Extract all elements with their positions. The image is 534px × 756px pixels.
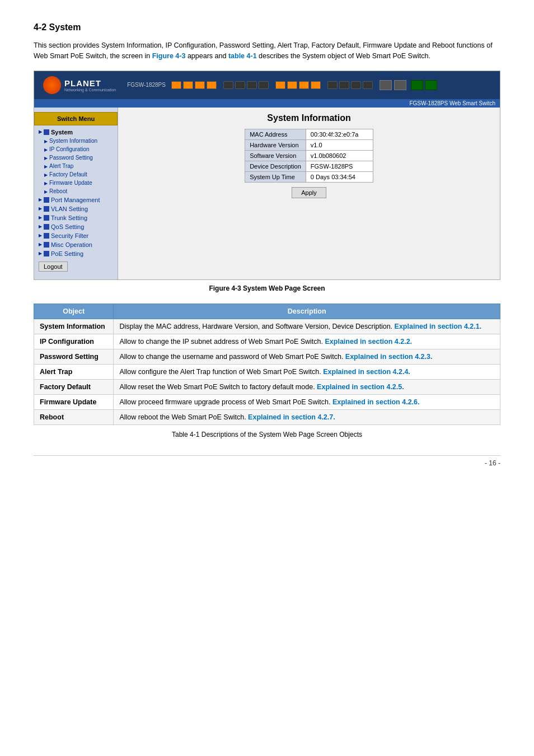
sidebar-label-qos: QoS Setting xyxy=(51,223,84,230)
switch-content: Switch Menu ▶ System ▶System Information… xyxy=(34,108,500,279)
table-row: RebootAllow reboot the Web Smart PoE Swi… xyxy=(34,409,500,424)
sidebar-subitem-alerttrap[interactable]: ▶Alert Trap xyxy=(34,162,118,170)
sidebar-label-security: Security Filter xyxy=(51,232,88,239)
port-11 xyxy=(299,81,309,89)
logout-button[interactable]: Logout xyxy=(39,262,68,272)
system-info-table: MAC Address 00:30:4f:32:e0:7a Hardware V… xyxy=(245,129,373,183)
sidebar-label-poe: PoE Setting xyxy=(51,250,83,257)
object-cell: IP Configuration xyxy=(34,334,114,349)
mac-value: 00:30:4f:32:e0:7a xyxy=(306,129,373,139)
explained-link[interactable]: Explained in section 4.2.5. xyxy=(317,383,404,391)
folder-icon xyxy=(44,206,49,212)
table-row: Factory DefaultAllow reset the Web Smart… xyxy=(34,379,500,394)
desc-plain-text: Allow to change the IP subnet address of… xyxy=(119,338,325,346)
port-8 xyxy=(259,81,269,89)
planet-logo: PLANET Networking & Communication xyxy=(39,74,120,96)
port-14 xyxy=(339,81,349,89)
arrow-icon: ▶ xyxy=(39,251,42,256)
sidebar-label-misc: Misc Operation xyxy=(51,241,92,248)
object-cell: Firmware Update xyxy=(34,394,114,409)
sfp-port-4 xyxy=(425,80,437,90)
sidebar-subitem-firmware[interactable]: ▶Firmware Update xyxy=(34,179,118,187)
folder-icon xyxy=(44,251,49,256)
sidebar-item-system[interactable]: ▶ System xyxy=(34,128,118,137)
page-title: 4-2 System xyxy=(34,22,500,32)
logo-text: PLANET xyxy=(64,78,101,88)
table-header-row: Object Description xyxy=(34,304,500,319)
uptime-value: 0 Days 03:34:54 xyxy=(306,171,373,182)
menu-header: Switch Menu xyxy=(34,112,118,125)
intro-text-end: describes the System object of Web Smart… xyxy=(257,52,430,60)
arrow-icon: ▶ xyxy=(44,147,48,152)
arrow-icon: ▶ xyxy=(44,172,48,178)
object-cell: Reboot xyxy=(34,409,114,424)
object-cell: Password Setting xyxy=(34,349,114,364)
sidebar-item-portmgmt[interactable]: ▶ Port Management xyxy=(34,195,118,204)
sfp-port-3 xyxy=(411,80,423,90)
sidebar-item-security[interactable]: ▶ Security Filter xyxy=(34,231,118,240)
sidebar-subitem-factory[interactable]: ▶Factory Default xyxy=(34,170,118,179)
sidebar-item-poe[interactable]: ▶ PoE Setting xyxy=(34,249,118,258)
explained-link[interactable]: Explained in section 4.2.7. xyxy=(248,413,335,421)
sidebar-label-trunk: Trunk Setting xyxy=(51,214,87,221)
object-cell: System Information xyxy=(34,319,114,334)
sidebar-label-portmgmt: Port Management xyxy=(51,197,100,203)
table-row: Device Description FGSW-1828PS xyxy=(245,161,373,171)
folder-icon xyxy=(44,215,49,221)
arrow-icon: ▶ xyxy=(44,181,48,186)
sidebar-subitem-password[interactable]: ▶Password Setting xyxy=(34,153,118,162)
switch-top-bar: PLANET Networking & Communication FGSW-1… xyxy=(34,71,500,99)
description-cell: Allow to change the IP subnet address of… xyxy=(114,334,500,349)
uptime-label: System Up Time xyxy=(245,171,306,182)
sidebar-item-misc[interactable]: ▶ Misc Operation xyxy=(34,240,118,249)
sidebar-label-vlan: VLAN Setting xyxy=(51,206,88,212)
folder-icon xyxy=(44,224,49,230)
sidebar-item-vlan[interactable]: ▶ VLAN Setting xyxy=(34,204,118,213)
explained-link[interactable]: Explained in section 4.2.6. xyxy=(332,398,420,406)
table-row: System InformationDisplay the MAC addres… xyxy=(34,319,500,334)
sidebar-subitem-reboot[interactable]: ▶Reboot xyxy=(34,187,118,195)
sidebar-item-trunk[interactable]: ▶ Trunk Setting xyxy=(34,213,118,222)
table-row: Alert TrapAllow configure the Alert Trap… xyxy=(34,364,500,379)
sidebar-subitem-ipconfig[interactable]: ▶IP Configuration xyxy=(34,145,118,153)
switch-model-label: FGSW-1828PS xyxy=(127,82,166,88)
col-description: Description xyxy=(114,304,500,319)
table-row: Hardware Version v1.0 xyxy=(245,139,373,150)
desc-plain-text: Display the MAC address, Hardware Versio… xyxy=(119,323,394,330)
sfp-port-2 xyxy=(394,80,406,90)
port-15 xyxy=(351,81,361,89)
sidebar-item-qos[interactable]: ▶ QoS Setting xyxy=(34,222,118,231)
explained-link[interactable]: Explained in section 4.2.4. xyxy=(323,368,410,376)
port-10 xyxy=(287,81,297,89)
hw-label: Hardware Version xyxy=(245,139,306,150)
port-4 xyxy=(207,81,217,89)
description-cell: Allow proceed firmware upgrade process o… xyxy=(114,394,500,409)
folder-icon xyxy=(44,233,49,239)
object-cell: Factory Default xyxy=(34,379,114,394)
port-9 xyxy=(275,81,285,89)
mac-label: MAC Address xyxy=(245,129,306,139)
arrow-icon: ▶ xyxy=(39,197,42,202)
arrow-icon: ▶ xyxy=(39,224,42,229)
explained-link[interactable]: Explained in section 4.2.2. xyxy=(325,338,412,346)
port-3 xyxy=(195,81,205,89)
desc-value: FGSW-1828PS xyxy=(306,161,373,171)
port-2 xyxy=(183,81,193,89)
folder-icon xyxy=(44,129,49,135)
sidebar-subitem-sysinfo[interactable]: ▶System Information xyxy=(34,137,118,145)
switch-ports-area: FGSW-1828PS xyxy=(120,78,495,92)
description-table: Object Description System InformationDis… xyxy=(34,304,500,425)
explained-link[interactable]: Explained in section 4.2.1. xyxy=(395,323,482,330)
figure-caption: Figure 4-3 System Web Page Screen xyxy=(34,284,500,292)
description-cell: Display the MAC address, Hardware Versio… xyxy=(114,319,500,334)
explained-link[interactable]: Explained in section 4.2.3. xyxy=(345,353,433,361)
table-row: MAC Address 00:30:4f:32:e0:7a xyxy=(245,129,373,139)
desc-plain-text: Allow configure the Alert Trap function … xyxy=(119,368,323,376)
table-row: System Up Time 0 Days 03:34:54 xyxy=(245,171,373,182)
port-5 xyxy=(223,81,233,89)
table-caption: Table 4-1 Descriptions of the System Web… xyxy=(34,431,500,438)
description-cell: Allow reboot the Web Smart PoE Switch. E… xyxy=(114,409,500,424)
table-link[interactable]: table 4-1 xyxy=(228,52,257,60)
apply-button[interactable]: Apply xyxy=(292,187,326,198)
figure-link[interactable]: Figure 4-3 xyxy=(152,52,186,60)
